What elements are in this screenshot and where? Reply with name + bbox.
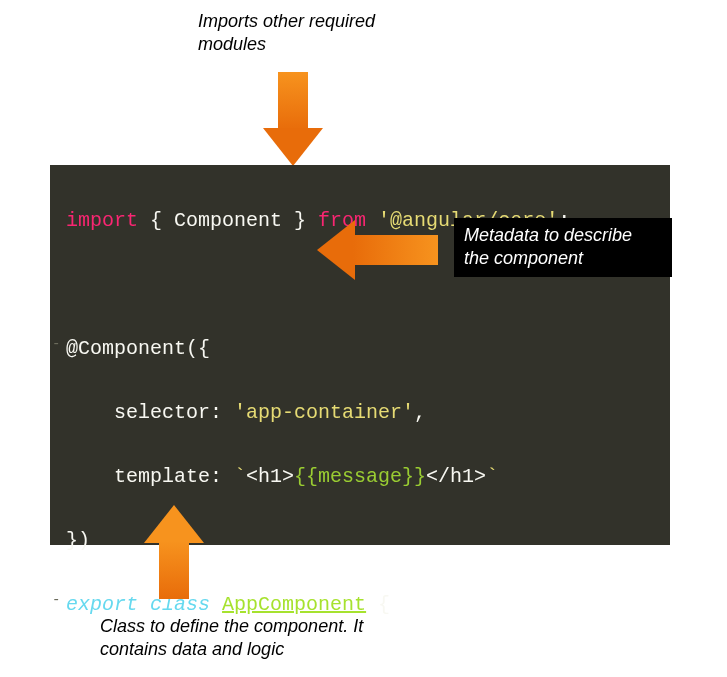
property-key: template bbox=[114, 465, 210, 488]
keyword-import: import bbox=[66, 209, 138, 232]
arrow-down-icon bbox=[278, 72, 308, 130]
html-tag: <h1> bbox=[246, 465, 294, 488]
code-line: -@Component({ bbox=[58, 333, 670, 365]
class-name: AppComponent bbox=[222, 593, 366, 616]
arrow-left-head-icon bbox=[317, 220, 355, 280]
annotation-metadata: Metadata to describe the component bbox=[454, 218, 672, 277]
code-line: selector: 'app-container', bbox=[58, 397, 670, 429]
annotation-class: Class to define the component. It contai… bbox=[100, 615, 400, 662]
code-line: template: `<h1>{{message}}</h1>` bbox=[58, 461, 670, 493]
html-tag: </h1> bbox=[426, 465, 486, 488]
fold-marker-icon: - bbox=[52, 333, 60, 355]
string-literal: 'app-container' bbox=[234, 401, 414, 424]
arrow-up-head-icon bbox=[144, 505, 204, 543]
keyword-export: export bbox=[66, 593, 138, 616]
arrow-up-icon bbox=[159, 541, 189, 599]
annotation-imports: Imports other required modules bbox=[198, 10, 418, 57]
decorator: @Component bbox=[66, 337, 186, 360]
arrow-left-icon bbox=[353, 235, 438, 265]
fold-marker-icon: - bbox=[52, 589, 60, 611]
property-key: selector bbox=[114, 401, 210, 424]
arrow-down-head-icon bbox=[263, 128, 323, 166]
template-expression: {{message}} bbox=[294, 465, 426, 488]
